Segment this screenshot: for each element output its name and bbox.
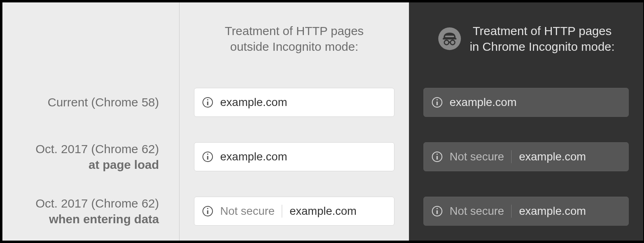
row-label-1: Oct. 2017 (Chrome 62) at page load [17, 129, 165, 184]
diagram-grid: Current (Chrome 58) Oct. 2017 (Chrome 62… [2, 2, 642, 241]
incognito-row-2: Not secure example.com [423, 184, 629, 238]
row-label-sub: at page load [35, 157, 159, 172]
normal-header: Treatment of HTTP pages outside Incognit… [194, 2, 394, 75]
labels-header-spacer [17, 2, 165, 75]
incognito-column: Treatment of HTTP pages in Chrome Incogn… [409, 2, 643, 241]
row-label-main: Current (Chrome 58) [47, 96, 159, 109]
incognito-header: Treatment of HTTP pages in Chrome Incogn… [423, 2, 629, 75]
normal-column: Treatment of HTTP pages outside Incognit… [180, 2, 409, 241]
omnibox-normal-1: example.com [194, 142, 394, 171]
omnibox-url: example.com [220, 150, 287, 163]
incognito-icon [438, 27, 462, 51]
svg-rect-1 [445, 36, 454, 37]
row-label-main: Oct. 2017 (Chrome 62) [35, 142, 159, 156]
omnibox-url: example.com [450, 96, 517, 109]
omnibox-incognito-2: Not secure example.com [423, 197, 629, 226]
omnibox-url: example.com [519, 150, 586, 163]
normal-row-2: Not secure example.com [194, 184, 394, 238]
omnibox-url: example.com [220, 96, 287, 109]
incognito-row-0: example.com [423, 75, 629, 129]
row-label-0: Current (Chrome 58) [17, 75, 165, 129]
row-label-2: Oct. 2017 (Chrome 62) when entering data [17, 184, 165, 238]
row-label-sub: when entering data [35, 211, 159, 227]
info-icon [202, 152, 213, 162]
incognito-header-line1: Treatment of HTTP pages [473, 24, 611, 37]
normal-row-1: example.com [194, 129, 394, 184]
info-icon [202, 206, 213, 216]
info-icon [432, 97, 442, 108]
omnibox-url: example.com [289, 205, 357, 218]
info-icon [432, 206, 442, 216]
labels-column: Current (Chrome 58) Oct. 2017 (Chrome 62… [2, 2, 180, 241]
normal-header-line2: outside Incognito mode: [230, 40, 359, 53]
comparison-diagram: Current (Chrome 58) Oct. 2017 (Chrome 62… [0, 0, 644, 243]
omnibox-incognito-1: Not secure example.com [423, 142, 629, 171]
not-secure-label: Not secure [450, 205, 512, 218]
not-secure-label: Not secure [220, 205, 282, 218]
normal-row-0: example.com [194, 75, 394, 129]
info-icon [202, 97, 213, 108]
row-label-main: Oct. 2017 (Chrome 62) [35, 197, 159, 210]
omnibox-normal-0: example.com [194, 88, 394, 117]
normal-header-line1: Treatment of HTTP pages [225, 24, 363, 37]
info-icon [432, 152, 442, 162]
omnibox-incognito-0: example.com [423, 88, 629, 117]
omnibox-normal-2: Not secure example.com [194, 197, 394, 226]
incognito-header-line2: in Chrome Incognito mode: [470, 40, 615, 53]
incognito-row-1: Not secure example.com [423, 129, 629, 184]
omnibox-url: example.com [519, 205, 586, 218]
not-secure-label: Not secure [450, 150, 512, 163]
